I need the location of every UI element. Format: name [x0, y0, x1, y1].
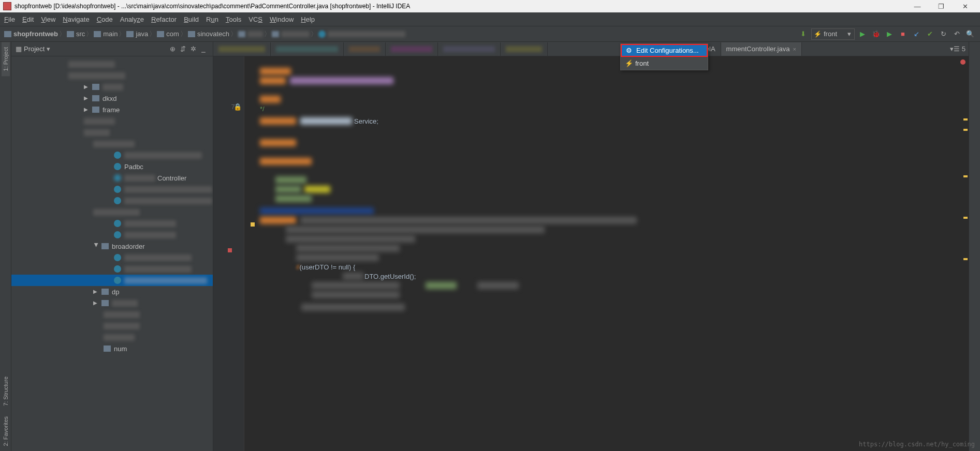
sidetab-project[interactable]: 1: Project	[2, 42, 10, 76]
menu-refactor[interactable]: Refactor	[151, 16, 177, 23]
tree-item-padbc[interactable]: Padbc	[11, 161, 213, 172]
tabs-more[interactable]: ▾☰ 5	[947, 45, 969, 53]
project-tree: ▶ ▶dkxd ▶frame Padbc Controller ▶broador…	[11, 56, 213, 451]
tree-label: Controller	[157, 174, 186, 182]
tree-item-num[interactable]: num	[11, 343, 213, 354]
run-config-selector[interactable]: ⚡ front ▾	[811, 28, 855, 40]
tree-item-selected[interactable]	[11, 275, 213, 286]
run-button[interactable]: ▶	[857, 28, 868, 40]
locate-icon[interactable]: ⊕	[167, 44, 178, 54]
tree-item[interactable]	[11, 58, 213, 70]
settings-icon[interactable]: ✲	[188, 44, 198, 54]
tree-item[interactable]	[11, 320, 213, 332]
class-icon	[114, 254, 121, 261]
crumb-src[interactable]: src	[76, 30, 85, 38]
tree-item[interactable]: ▶	[11, 297, 213, 309]
history-icon[interactable]: ↻	[938, 28, 949, 40]
menu-code[interactable]: Code	[97, 16, 113, 23]
tree-item-controller[interactable]: Controller	[11, 172, 213, 184]
tree-item[interactable]	[11, 115, 213, 127]
menu-build[interactable]: Build	[184, 16, 199, 23]
vcs-update-icon[interactable]: ↙	[911, 28, 922, 40]
chevron-down-icon[interactable]: ▾	[47, 45, 50, 53]
menu-run[interactable]: Run	[206, 16, 218, 23]
warning-icon[interactable]	[251, 222, 255, 227]
tree-item[interactable]	[11, 184, 213, 195]
tree-item-frame[interactable]: ▶frame	[11, 104, 213, 115]
crumb-java[interactable]: java	[136, 30, 148, 38]
tree-item[interactable]	[11, 263, 213, 275]
menu-navigate[interactable]: Navigate	[63, 16, 89, 23]
tree-item[interactable]: ▶	[11, 81, 213, 93]
class-icon	[114, 277, 121, 284]
tree-item-dp[interactable]: ▶dp	[11, 286, 213, 297]
collapse-icon[interactable]: ⇵	[178, 44, 188, 54]
marker-strip[interactable]	[962, 72, 969, 451]
tree-item-broadorder[interactable]: ▶broadorder	[11, 240, 213, 252]
tree-item[interactable]	[11, 70, 213, 81]
menu-window[interactable]: Window	[270, 16, 294, 23]
app-icon	[3, 2, 11, 10]
gutter-marks	[229, 57, 231, 451]
stop-button[interactable]: ■	[897, 28, 909, 40]
tree-item[interactable]	[11, 309, 213, 320]
tree-item[interactable]	[11, 218, 213, 229]
tree-item[interactable]	[11, 229, 213, 240]
gear-icon: ⚙	[626, 47, 633, 54]
editor-code[interactable]: 77 🔒 */ Service; if (userDT	[213, 56, 969, 451]
crumb-ctrl[interactable]	[328, 31, 405, 37]
close-button[interactable]: ✕	[953, 0, 977, 12]
coverage-button[interactable]: ▶	[884, 28, 895, 40]
editor-tab[interactable]	[438, 42, 501, 56]
crumb-com[interactable]: com	[166, 30, 179, 38]
tree-item[interactable]	[11, 252, 213, 263]
menu-analyze[interactable]: Analyze	[120, 16, 144, 23]
tree-item[interactable]	[11, 195, 213, 206]
tree-item-dkxd[interactable]: ▶dkxd	[11, 93, 213, 104]
arrow-icon: ▶	[93, 300, 99, 306]
menu-tools[interactable]: Tools	[226, 16, 241, 23]
tree-item[interactable]	[11, 332, 213, 343]
crumb-comment[interactable]	[281, 31, 310, 37]
folder-icon	[126, 31, 134, 37]
hide-icon[interactable]: ⎯	[198, 44, 209, 54]
breakpoint-icon[interactable]	[228, 248, 232, 252]
debug-button[interactable]: 🐞	[870, 28, 882, 40]
dropdown-front[interactable]: ⚡ front	[621, 57, 708, 70]
search-icon[interactable]: 🔍	[964, 28, 976, 40]
tree-item[interactable]	[11, 206, 213, 218]
crumb-pad[interactable]	[247, 31, 263, 37]
build-icon[interactable]: ⬇	[798, 28, 809, 40]
close-icon[interactable]: ×	[793, 46, 796, 52]
code-body[interactable]: */ Service; if (userDTO != null) { DTO.g…	[244, 56, 969, 451]
menu-vcs[interactable]: VCS	[248, 16, 262, 23]
maximize-button[interactable]: ❐	[929, 0, 953, 12]
crumb-root[interactable]: shopfrontweb	[13, 30, 58, 38]
editor-tab[interactable]	[501, 42, 548, 56]
sidetab-structure[interactable]: 7: Structure	[2, 371, 10, 411]
menu-view[interactable]: View	[41, 16, 55, 23]
editor-tab[interactable]	[344, 42, 386, 56]
folder-icon	[157, 31, 164, 37]
sidetab-favorites[interactable]: 2: Favorites	[2, 411, 10, 451]
editor-tab[interactable]	[386, 42, 438, 56]
project-label[interactable]: Project	[24, 45, 45, 53]
tree-item[interactable]	[11, 149, 213, 161]
crumb-sino[interactable]: sinovatech	[197, 30, 229, 38]
dropdown-edit-config[interactable]: ⚙ Edit Configurations...	[621, 44, 708, 57]
minimize-button[interactable]: —	[905, 0, 929, 12]
crumb-main[interactable]: main	[103, 30, 118, 38]
menu-edit[interactable]: Edit	[22, 16, 34, 23]
editor-tab[interactable]	[271, 42, 344, 56]
menu-help[interactable]: Help	[301, 16, 315, 23]
menu-file[interactable]: FFileile	[4, 16, 15, 23]
tree-item[interactable]	[11, 138, 213, 149]
vcs-commit-icon[interactable]: ✔	[924, 28, 935, 40]
code-text: (userDTO != null) {	[300, 263, 356, 271]
editor-tab[interactable]	[213, 42, 271, 56]
tree-item[interactable]	[11, 127, 213, 138]
tree-label: dp	[112, 288, 119, 296]
revert-icon[interactable]: ↶	[951, 28, 962, 40]
editor-tab-active[interactable]: mmentController.java×	[721, 42, 802, 56]
window-title: shopfrontweb [D:\idea\shopfrontweb] - ..…	[14, 3, 905, 10]
